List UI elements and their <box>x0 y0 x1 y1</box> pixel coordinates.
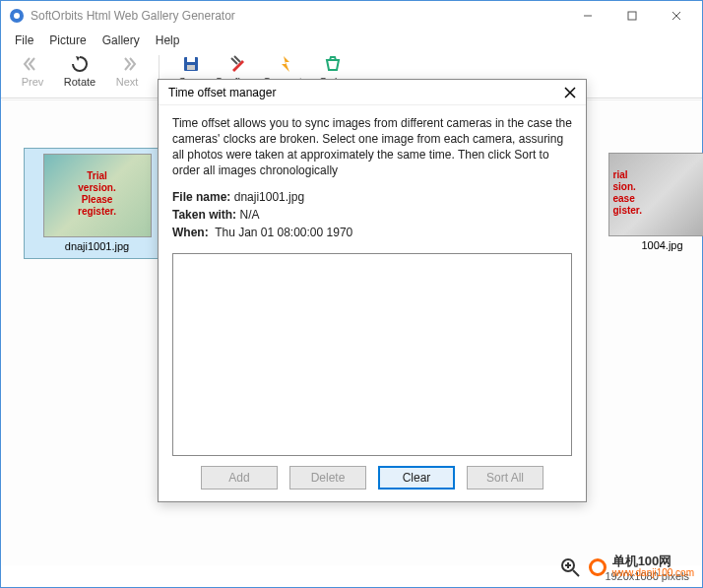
menubar: File Picture Gallery Help <box>1 31 702 50</box>
menu-gallery[interactable]: Gallery <box>95 32 148 49</box>
svg-rect-3 <box>628 12 636 20</box>
save-icon <box>181 54 201 74</box>
next-button[interactable]: Next <box>103 52 151 96</box>
svg-rect-7 <box>187 57 195 62</box>
thumbnail-item[interactable]: Trialversion.Pleaseregister. dnaji1001.j… <box>24 148 170 259</box>
prev-button[interactable]: Prev <box>9 52 56 96</box>
titlebar: SoftOrbits Html Web Gallery Generator <box>1 1 702 31</box>
maximize-button[interactable] <box>609 2 654 30</box>
site-watermark: 单机100网 www.danji100.com <box>559 555 694 579</box>
magnifier-icon <box>559 556 581 578</box>
main-window: SoftOrbits Html Web Gallery Generator Fi… <box>0 0 703 588</box>
rotate-icon <box>70 54 90 74</box>
dialog-description: Time offset allows you to sync images fr… <box>172 115 572 178</box>
app-icon <box>9 8 25 24</box>
trial-watermark: rialsion.easegister. <box>609 154 704 217</box>
menu-file[interactable]: File <box>7 32 41 49</box>
dialog-body: Time offset allows you to sync images fr… <box>159 105 586 501</box>
offset-listbox[interactable] <box>172 253 572 456</box>
thumbnail-image: Trialversion.Pleaseregister. <box>43 154 152 237</box>
dialog-button-row: Add Delete Clear Sort All <box>172 466 572 493</box>
file-name-label: File name: <box>172 190 230 204</box>
thumbnail-image: rialsion.easegister. <box>608 153 704 236</box>
next-icon <box>117 54 137 74</box>
file-name-value: dnaji1001.jpg <box>234 190 304 204</box>
menu-help[interactable]: Help <box>148 32 188 49</box>
delete-button[interactable]: Delete <box>289 466 366 490</box>
add-button[interactable]: Add <box>201 466 278 490</box>
close-button[interactable] <box>654 2 698 30</box>
dialog-titlebar: Time offset manager <box>159 80 586 105</box>
thumbnail-item[interactable]: rialsion.easegister. 1004.jpg <box>589 148 703 257</box>
prev-icon <box>23 54 42 74</box>
taken-with-label: Taken with: <box>172 208 236 222</box>
rotate-button[interactable]: Rotate <box>56 52 103 96</box>
site-logo-icon <box>589 558 607 576</box>
trial-watermark: Trialversion.Pleaseregister. <box>44 155 151 218</box>
dialog-close-button[interactable] <box>562 85 578 100</box>
dialog-title-text: Time offset manager <box>168 86 562 99</box>
thumbnail-filename: 1004.jpg <box>589 236 703 255</box>
file-name-row: File name: dnaji1001.jpg <box>172 190 572 204</box>
configure-icon <box>228 54 248 74</box>
clear-button[interactable]: Clear <box>378 466 455 490</box>
thumbnail-filename: dnaji1001.jpg <box>25 237 169 256</box>
taken-with-row: Taken with: N/A <box>172 208 572 222</box>
window-controls <box>565 2 698 30</box>
order-icon <box>323 54 343 74</box>
when-label: When: <box>172 226 209 239</box>
window-title: SoftOrbits Html Web Gallery Generator <box>31 9 565 23</box>
site-watermark-text: 单机100网 www.danji100.com <box>612 555 694 579</box>
sort-all-button[interactable]: Sort All <box>467 466 543 490</box>
svg-rect-8 <box>187 65 195 70</box>
menu-picture[interactable]: Picture <box>41 32 94 49</box>
minimize-button[interactable] <box>565 2 609 30</box>
generate-icon <box>276 54 295 74</box>
when-value: Thu Jan 01 08:00:00 1970 <box>215 226 352 239</box>
taken-with-value: N/A <box>239 208 259 222</box>
time-offset-dialog: Time offset manager Time offset allows y… <box>158 79 587 502</box>
svg-line-12 <box>573 570 579 576</box>
svg-point-1 <box>14 13 20 19</box>
when-row: When: Thu Jan 01 08:00:00 1970 <box>172 226 572 239</box>
